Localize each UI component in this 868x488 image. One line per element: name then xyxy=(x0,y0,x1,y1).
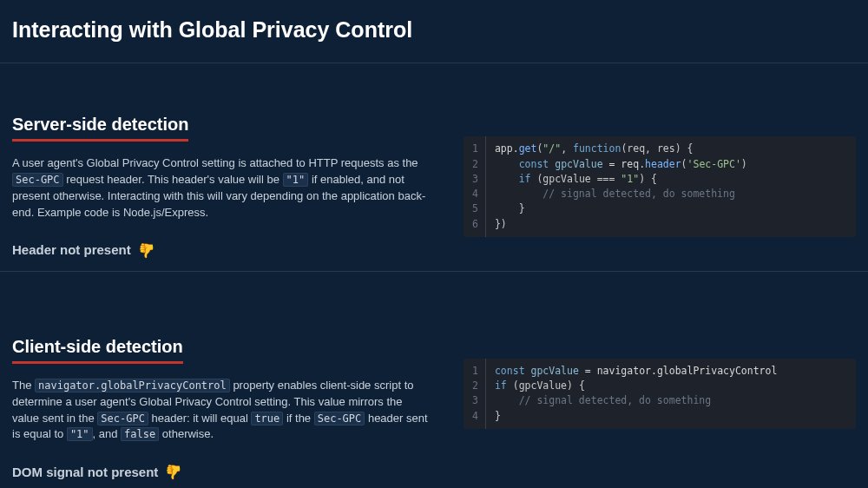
line-number: 1 xyxy=(472,142,478,156)
code-chip-one: "1" xyxy=(67,427,93,441)
tok xyxy=(495,158,519,170)
line-number: 5 xyxy=(472,201,478,216)
line-number: 2 xyxy=(472,157,478,172)
tok: header xyxy=(645,158,681,170)
tok: 'Sec-GPC' xyxy=(687,158,741,170)
line-number: 6 xyxy=(472,217,478,232)
line-number: 4 xyxy=(472,409,478,424)
code-body: const gpcValue = navigator.globalPrivacy… xyxy=(486,359,787,429)
tok: } xyxy=(495,410,501,422)
tok: gpcValue xyxy=(531,365,579,377)
status-text: Header not present xyxy=(12,241,131,260)
line-number: 3 xyxy=(472,172,478,187)
text: A user agent's Global Privacy Control se… xyxy=(12,156,418,169)
text: if the xyxy=(283,412,313,425)
code-chip-sec-gpc: Sec-GPC xyxy=(97,412,148,425)
tok: // signal detected, do something xyxy=(495,188,735,200)
server-code-block: 1 2 3 4 5 6 app.get("/", function(req, r… xyxy=(464,136,856,237)
code-chip-false: false xyxy=(121,427,159,441)
code-body: app.get("/", function(req, res) { const … xyxy=(486,136,758,237)
section-client: Client-side detection The navigator.glob… xyxy=(0,272,868,488)
code-chip-one: "1" xyxy=(283,173,309,187)
client-status: DOM signal not present 👎 xyxy=(12,462,429,482)
tok: , xyxy=(561,142,573,155)
tok: = navigator.globalPrivacyControl xyxy=(579,365,777,377)
tok: "/" xyxy=(542,142,561,155)
tok: function xyxy=(573,142,621,155)
client-code-block: 1 2 3 4 const gpcValue = navigator.globa… xyxy=(464,359,856,429)
code-chip-navigator: navigator.globalPrivacyControl xyxy=(35,379,230,392)
tok: const xyxy=(495,365,525,377)
client-paragraph: The navigator.globalPrivacyControl prope… xyxy=(12,378,429,443)
tok: "1" xyxy=(621,173,639,185)
section-server: Server-side detection A user agent's Glo… xyxy=(0,63,868,272)
server-status: Header not present 👎 xyxy=(12,241,429,260)
thumbs-down-icon: 👎 xyxy=(138,241,155,260)
thumbs-down-icon: 👎 xyxy=(165,462,182,482)
tok: ) { xyxy=(639,173,657,185)
tok: ( xyxy=(681,158,687,170)
tok: if xyxy=(495,379,507,392)
tok: (gpcValue) { xyxy=(507,379,585,392)
code-gutter: 1 2 3 4 5 6 xyxy=(464,136,486,237)
tok: gpcValue xyxy=(555,158,602,170)
page-title: Interacting with Global Privacy Control xyxy=(0,0,868,63)
tok xyxy=(525,365,531,377)
tok: ) xyxy=(741,158,747,170)
status-text: DOM signal not present xyxy=(12,463,158,482)
code-chip-true: true xyxy=(251,412,283,425)
tok: if xyxy=(519,173,531,185)
line-number: 4 xyxy=(472,187,478,201)
tok: // signal detected, do something xyxy=(495,394,711,406)
heading-client: Client-side detection xyxy=(12,334,183,364)
code-gutter: 1 2 3 4 xyxy=(464,359,486,429)
line-number: 3 xyxy=(472,393,478,408)
text: The xyxy=(12,379,35,392)
text: , and xyxy=(93,427,122,440)
tok: (gpcValue === xyxy=(531,173,621,185)
line-number: 1 xyxy=(472,364,478,379)
tok: app. xyxy=(495,142,519,155)
heading-server: Server-side detection xyxy=(12,112,188,142)
tok: }) xyxy=(495,218,507,230)
line-number: 2 xyxy=(472,379,478,393)
code-chip-sec-gpc: Sec-GPC xyxy=(314,412,365,425)
tok: const xyxy=(519,158,549,170)
text: request header. This header's value will… xyxy=(63,173,283,186)
text: otherwise. xyxy=(159,427,214,440)
text: header: it will equal xyxy=(148,412,252,425)
tok: } xyxy=(495,202,525,214)
tok: (req, res) { xyxy=(621,142,693,155)
code-chip-sec-gpc: Sec-GPC xyxy=(12,173,63,187)
tok: get xyxy=(519,142,537,155)
server-paragraph: A user agent's Global Privacy Control se… xyxy=(12,155,429,221)
tok: = req. xyxy=(603,158,645,170)
tok xyxy=(495,173,519,185)
